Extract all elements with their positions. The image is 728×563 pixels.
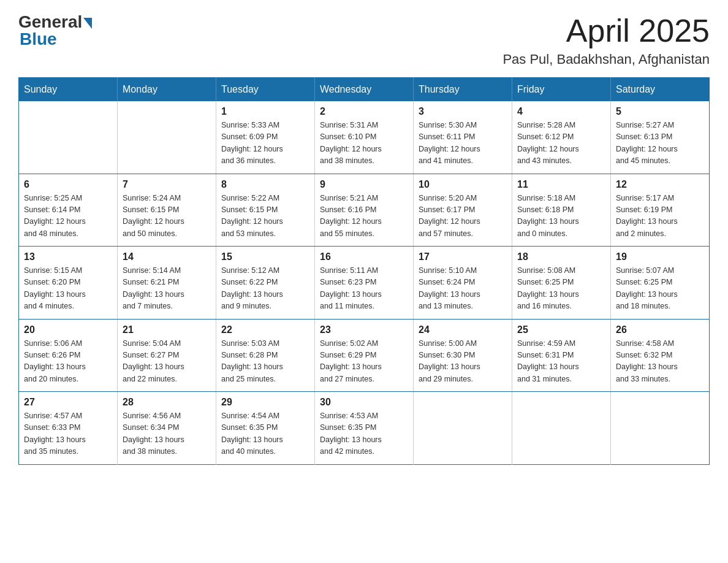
calendar-week-1: 1Sunrise: 5:33 AM Sunset: 6:09 PM Daylig… (19, 101, 710, 174)
day-info: Sunrise: 5:02 AM Sunset: 6:29 PM Dayligh… (320, 338, 408, 386)
calendar-cell: 3Sunrise: 5:30 AM Sunset: 6:11 PM Daylig… (414, 101, 512, 174)
day-number: 12 (616, 179, 704, 190)
day-info: Sunrise: 4:56 AM Sunset: 6:34 PM Dayligh… (123, 410, 211, 458)
logo: General Blue (18, 12, 92, 49)
calendar-header-monday: Monday (118, 78, 216, 102)
day-number: 14 (123, 251, 211, 262)
calendar-header-saturday: Saturday (611, 78, 710, 102)
day-number: 11 (517, 179, 605, 190)
calendar-cell (512, 392, 611, 465)
calendar-header-row: SundayMondayTuesdayWednesdayThursdayFrid… (19, 78, 710, 102)
day-info: Sunrise: 5:24 AM Sunset: 6:15 PM Dayligh… (123, 193, 211, 240)
day-info: Sunrise: 5:04 AM Sunset: 6:27 PM Dayligh… (123, 338, 211, 386)
day-number: 8 (221, 179, 309, 190)
calendar-week-3: 13Sunrise: 5:15 AM Sunset: 6:20 PM Dayli… (19, 247, 710, 320)
calendar-cell (414, 392, 512, 465)
day-number: 16 (320, 251, 408, 262)
day-number: 17 (419, 251, 507, 262)
calendar-cell: 17Sunrise: 5:10 AM Sunset: 6:24 PM Dayli… (414, 247, 512, 320)
day-info: Sunrise: 5:00 AM Sunset: 6:30 PM Dayligh… (419, 338, 507, 386)
day-number: 27 (24, 397, 112, 408)
day-number: 24 (419, 324, 507, 335)
day-info: Sunrise: 5:18 AM Sunset: 6:18 PM Dayligh… (517, 193, 605, 240)
calendar-cell: 6Sunrise: 5:25 AM Sunset: 6:14 PM Daylig… (19, 174, 118, 247)
title-section: April 2025 Pas Pul, Badakhshan, Afghanis… (502, 12, 710, 67)
day-number: 7 (123, 179, 211, 190)
calendar-cell: 14Sunrise: 5:14 AM Sunset: 6:21 PM Dayli… (118, 247, 216, 320)
calendar-cell: 11Sunrise: 5:18 AM Sunset: 6:18 PM Dayli… (512, 174, 611, 247)
calendar-cell: 15Sunrise: 5:12 AM Sunset: 6:22 PM Dayli… (216, 247, 315, 320)
day-number: 28 (123, 397, 211, 408)
calendar-cell: 23Sunrise: 5:02 AM Sunset: 6:29 PM Dayli… (315, 319, 414, 392)
calendar-cell: 1Sunrise: 5:33 AM Sunset: 6:09 PM Daylig… (216, 101, 315, 174)
day-info: Sunrise: 5:27 AM Sunset: 6:13 PM Dayligh… (616, 120, 704, 167)
day-number: 30 (320, 397, 408, 408)
calendar-cell: 5Sunrise: 5:27 AM Sunset: 6:13 PM Daylig… (611, 101, 710, 174)
calendar-cell: 9Sunrise: 5:21 AM Sunset: 6:16 PM Daylig… (315, 174, 414, 247)
day-number: 6 (24, 179, 112, 190)
calendar-cell (611, 392, 710, 465)
calendar-cell: 8Sunrise: 5:22 AM Sunset: 6:15 PM Daylig… (216, 174, 315, 247)
calendar-cell: 13Sunrise: 5:15 AM Sunset: 6:20 PM Dayli… (19, 247, 118, 320)
day-number: 4 (517, 106, 605, 117)
calendar-header-thursday: Thursday (414, 78, 512, 102)
day-number: 9 (320, 179, 408, 190)
day-number: 15 (221, 251, 309, 262)
day-number: 2 (320, 106, 408, 117)
calendar-header-friday: Friday (512, 78, 611, 102)
day-info: Sunrise: 5:06 AM Sunset: 6:26 PM Dayligh… (24, 338, 112, 386)
calendar-cell (19, 101, 118, 174)
day-info: Sunrise: 4:54 AM Sunset: 6:35 PM Dayligh… (221, 410, 309, 458)
calendar-cell: 28Sunrise: 4:56 AM Sunset: 6:34 PM Dayli… (118, 392, 216, 465)
day-info: Sunrise: 5:17 AM Sunset: 6:19 PM Dayligh… (616, 193, 704, 240)
day-info: Sunrise: 5:31 AM Sunset: 6:10 PM Dayligh… (320, 120, 408, 167)
day-info: Sunrise: 4:59 AM Sunset: 6:31 PM Dayligh… (517, 338, 605, 386)
calendar-cell: 18Sunrise: 5:08 AM Sunset: 6:25 PM Dayli… (512, 247, 611, 320)
day-info: Sunrise: 5:30 AM Sunset: 6:11 PM Dayligh… (419, 120, 507, 167)
day-info: Sunrise: 5:10 AM Sunset: 6:24 PM Dayligh… (419, 265, 507, 313)
day-info: Sunrise: 5:22 AM Sunset: 6:15 PM Dayligh… (221, 193, 309, 240)
calendar-header-sunday: Sunday (19, 78, 118, 102)
calendar-cell: 12Sunrise: 5:17 AM Sunset: 6:19 PM Dayli… (611, 174, 710, 247)
day-number: 1 (221, 106, 309, 117)
day-number: 18 (517, 251, 605, 262)
day-info: Sunrise: 5:25 AM Sunset: 6:14 PM Dayligh… (24, 193, 112, 240)
location-subtitle: Pas Pul, Badakhshan, Afghanistan (502, 52, 710, 67)
day-number: 10 (419, 179, 507, 190)
calendar-cell (118, 101, 216, 174)
day-info: Sunrise: 4:53 AM Sunset: 6:35 PM Dayligh… (320, 410, 408, 458)
day-number: 23 (320, 324, 408, 335)
day-number: 25 (517, 324, 605, 335)
calendar-cell: 7Sunrise: 5:24 AM Sunset: 6:15 PM Daylig… (118, 174, 216, 247)
day-info: Sunrise: 5:21 AM Sunset: 6:16 PM Dayligh… (320, 193, 408, 240)
day-info: Sunrise: 4:58 AM Sunset: 6:32 PM Dayligh… (616, 338, 704, 386)
day-number: 20 (24, 324, 112, 335)
calendar-cell: 19Sunrise: 5:07 AM Sunset: 6:25 PM Dayli… (611, 247, 710, 320)
day-number: 22 (221, 324, 309, 335)
calendar-cell: 20Sunrise: 5:06 AM Sunset: 6:26 PM Dayli… (19, 319, 118, 392)
day-info: Sunrise: 5:11 AM Sunset: 6:23 PM Dayligh… (320, 265, 408, 313)
day-number: 5 (616, 106, 704, 117)
calendar-cell: 30Sunrise: 4:53 AM Sunset: 6:35 PM Dayli… (315, 392, 414, 465)
calendar-cell: 27Sunrise: 4:57 AM Sunset: 6:33 PM Dayli… (19, 392, 118, 465)
day-info: Sunrise: 5:20 AM Sunset: 6:17 PM Dayligh… (419, 193, 507, 240)
page-header: General Blue April 2025 Pas Pul, Badakhs… (18, 12, 710, 67)
logo-triangle-icon (83, 18, 92, 29)
day-info: Sunrise: 5:33 AM Sunset: 6:09 PM Dayligh… (221, 120, 309, 167)
calendar-cell: 16Sunrise: 5:11 AM Sunset: 6:23 PM Dayli… (315, 247, 414, 320)
calendar-cell: 4Sunrise: 5:28 AM Sunset: 6:12 PM Daylig… (512, 101, 611, 174)
logo-blue-text: Blue (20, 29, 57, 49)
day-number: 21 (123, 324, 211, 335)
day-info: Sunrise: 5:03 AM Sunset: 6:28 PM Dayligh… (221, 338, 309, 386)
day-info: Sunrise: 5:15 AM Sunset: 6:20 PM Dayligh… (24, 265, 112, 313)
day-info: Sunrise: 5:12 AM Sunset: 6:22 PM Dayligh… (221, 265, 309, 313)
calendar-cell: 2Sunrise: 5:31 AM Sunset: 6:10 PM Daylig… (315, 101, 414, 174)
calendar-table: SundayMondayTuesdayWednesdayThursdayFrid… (18, 77, 710, 465)
calendar-cell: 21Sunrise: 5:04 AM Sunset: 6:27 PM Dayli… (118, 319, 216, 392)
day-number: 13 (24, 251, 112, 262)
month-title: April 2025 (502, 12, 710, 49)
calendar-cell: 10Sunrise: 5:20 AM Sunset: 6:17 PM Dayli… (414, 174, 512, 247)
day-info: Sunrise: 5:08 AM Sunset: 6:25 PM Dayligh… (517, 265, 605, 313)
day-number: 29 (221, 397, 309, 408)
calendar-cell: 22Sunrise: 5:03 AM Sunset: 6:28 PM Dayli… (216, 319, 315, 392)
